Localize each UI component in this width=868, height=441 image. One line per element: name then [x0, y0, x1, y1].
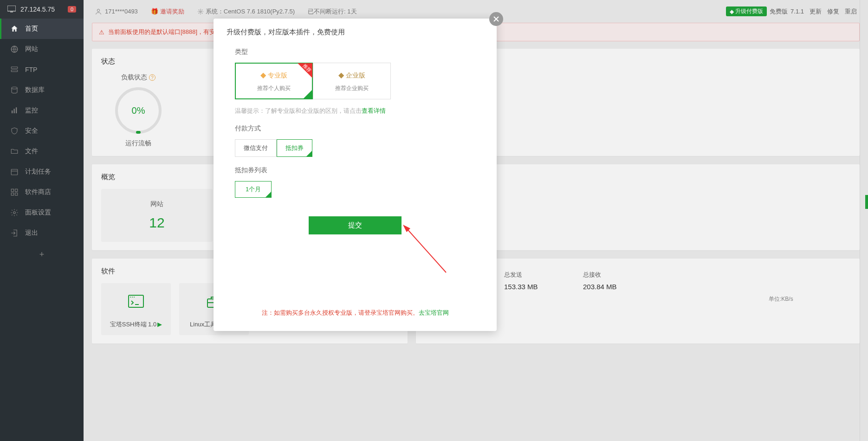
- payment-label: 付款方式: [235, 124, 475, 133]
- check-corner: [303, 90, 312, 99]
- view-details-link[interactable]: 查看详情: [362, 107, 386, 114]
- pro-desc: 推荐个人购买: [240, 84, 308, 92]
- coupon-list-label: 抵扣券列表: [235, 166, 475, 175]
- official-site-link[interactable]: 去宝塔官网: [419, 309, 449, 316]
- pay-wechat-button[interactable]: 微信支付: [235, 139, 277, 157]
- modal-title: 升级付费版，对应版本插件，免费使用: [214, 19, 497, 43]
- ent-desc: 推荐企业购买: [318, 84, 386, 92]
- close-icon: [493, 16, 499, 22]
- type-enterprise-card[interactable]: ◆ 企业版 推荐企业购买: [313, 63, 391, 99]
- modal-overlay[interactable]: 升级付费版，对应版本插件，免费使用 类型 推荐 ◆ 专业版 推荐个人购买 ◆ 企…: [0, 0, 868, 441]
- submit-button[interactable]: 提交: [309, 216, 402, 234]
- type-label: 类型: [235, 48, 475, 56]
- footer-note: 注：如需购买多台永久授权专业版，请登录宝塔官网购买。去宝塔官网: [214, 309, 497, 317]
- tip-line: 温馨提示：了解专业版和企业版的区别，请点击查看详情: [235, 107, 475, 115]
- upgrade-modal: 升级付费版，对应版本插件，免费使用 类型 推荐 ◆ 专业版 推荐个人购买 ◆ 企…: [214, 19, 497, 331]
- pay-coupon-button[interactable]: 抵扣券: [277, 139, 312, 157]
- diamond-icon: ◆ 企业版: [318, 71, 386, 80]
- type-pro-card[interactable]: 推荐 ◆ 专业版 推荐个人购买: [235, 63, 313, 99]
- close-button[interactable]: [489, 12, 503, 26]
- coupon-1month-button[interactable]: 1个月: [235, 181, 272, 198]
